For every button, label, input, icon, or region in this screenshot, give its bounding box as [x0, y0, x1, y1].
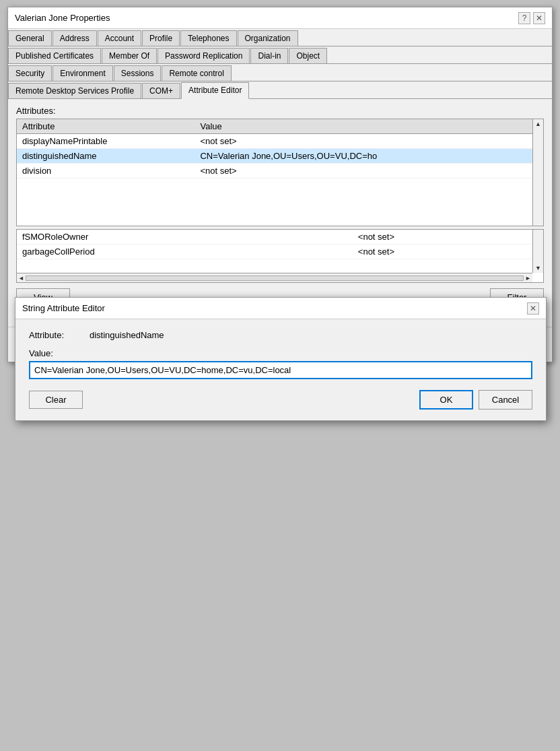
scroll-up-arrow[interactable]: ▲ [534, 119, 542, 129]
tab-telephones[interactable]: Telephones [180, 30, 236, 46]
attr-value: <not set> [195, 134, 543, 149]
scroll-down-arrow[interactable]: ▼ [534, 263, 542, 273]
tab-account[interactable]: Account [98, 30, 141, 46]
tab-remote-desktop[interactable]: Remote Desktop Services Profile [8, 83, 141, 98]
close-button[interactable]: ✕ [533, 12, 545, 24]
tab-attribute-editor[interactable]: Attribute Editor [181, 82, 249, 99]
tab-sessions[interactable]: Sessions [114, 65, 162, 81]
help-button[interactable]: ? [518, 12, 530, 24]
attr-name: fSMORoleOwner [17, 230, 353, 244]
horizontal-scrollbar[interactable]: ◄ ► [17, 273, 532, 282]
main-title-bar: Valerian Jone Properties ? ✕ [8, 7, 552, 29]
title-bar-controls: ? ✕ [518, 12, 545, 24]
attribute-editor-content: Attributes: Attribute Value displayNameP… [8, 99, 552, 313]
table-row[interactable]: division <not set> [17, 164, 543, 178]
bottom-attributes-table: fSMORoleOwner <not set> garbageCollPerio… [17, 230, 543, 259]
tab-environment[interactable]: Environment [53, 65, 112, 81]
attributes-table-container: Attribute Value displayNamePrintable <no… [16, 119, 544, 226]
right-scrollbar[interactable]: ▼ [532, 230, 543, 273]
tab-security[interactable]: Security [8, 65, 52, 81]
table-scrollbar[interactable]: ▲ [532, 119, 543, 226]
tab-row-2: Published Certificates Member Of Passwor… [8, 46, 552, 64]
tab-row-1: General Address Account Profile Telephon… [8, 29, 552, 46]
string-attribute-editor-dialog: String Attribute Editor ✕ Attribute: dis… [15, 297, 547, 421]
tab-address[interactable]: Address [53, 30, 97, 46]
tab-organization[interactable]: Organization [238, 30, 298, 46]
tab-dial-in[interactable]: Dial-in [250, 48, 288, 63]
modal-title: String Attribute Editor [22, 303, 105, 313]
table-row[interactable]: fSMORoleOwner <not set> [17, 230, 543, 244]
clear-button[interactable]: Clear [29, 391, 83, 409]
table-row[interactable]: distinguishedName CN=Valerian Jone,OU=Us… [17, 149, 543, 164]
table-row[interactable]: garbageCollPeriod <not set> [17, 244, 543, 259]
tab-object[interactable]: Object [289, 48, 327, 63]
col-attribute: Attribute [17, 119, 195, 134]
tab-profile[interactable]: Profile [142, 30, 180, 46]
modal-cancel-button[interactable]: Cancel [479, 390, 532, 410]
scroll-left-arrow[interactable]: ◄ [17, 275, 26, 282]
value-input[interactable] [29, 361, 532, 379]
attr-name: displayNamePrintable [17, 134, 195, 149]
tab-published-certs[interactable]: Published Certificates [8, 48, 101, 63]
tab-member-of[interactable]: Member Of [102, 48, 157, 63]
attr-value: <not set> [353, 230, 543, 244]
scroll-right-arrow[interactable]: ► [524, 275, 532, 282]
attr-value: CN=Valerian Jone,OU=Users,OU=VU,DC=ho [195, 149, 543, 164]
attribute-label: Attribute: [29, 330, 90, 340]
tab-general[interactable]: General [8, 30, 52, 46]
hscroll-track[interactable] [26, 275, 524, 281]
col-value: Value [195, 119, 543, 134]
modal-content: Attribute: distinguishedName Value: Clea… [15, 319, 546, 420]
attr-name: distinguishedName [17, 149, 195, 164]
main-window-title: Valerian Jone Properties [15, 13, 110, 23]
tab-row-3: Security Environment Sessions Remote con… [8, 64, 552, 81]
modal-attribute-row: Attribute: distinguishedName [29, 330, 532, 340]
bottom-attributes-table-container: fSMORoleOwner <not set> garbageCollPerio… [16, 229, 544, 283]
value-section-label: Value: [29, 348, 532, 358]
attributes-table: Attribute Value displayNamePrintable <no… [17, 119, 543, 178]
tab-com-plus[interactable]: COM+ [142, 83, 180, 98]
modal-buttons: Clear OK Cancel [29, 390, 532, 410]
attributes-label: Attributes: [16, 106, 544, 116]
main-properties-window: Valerian Jone Properties ? ✕ General Add… [7, 7, 553, 362]
table-row[interactable]: displayNamePrintable <not set> [17, 134, 543, 149]
modal-title-bar: String Attribute Editor ✕ [15, 298, 546, 319]
tab-remote-control[interactable]: Remote control [162, 65, 231, 81]
attribute-value-display: distinguishedName [90, 330, 164, 340]
modal-value-section: Value: [29, 348, 532, 379]
attr-value: <not set> [195, 164, 543, 178]
attr-value: <not set> [353, 244, 543, 259]
attr-name: garbageCollPeriod [17, 244, 353, 259]
attr-name: division [17, 164, 195, 178]
tab-row-4: Remote Desktop Services Profile COM+ Att… [8, 81, 552, 99]
tab-password-replication[interactable]: Password Replication [158, 48, 250, 63]
modal-right-buttons: OK Cancel [419, 390, 532, 410]
modal-close-button[interactable]: ✕ [527, 302, 539, 315]
modal-ok-button[interactable]: OK [419, 390, 473, 410]
